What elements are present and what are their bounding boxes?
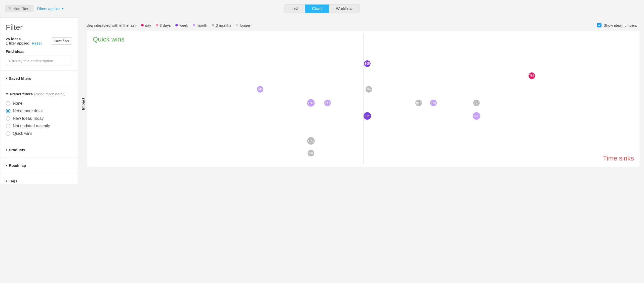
radio-icon	[6, 109, 10, 113]
chevron-right-icon	[6, 77, 7, 80]
preset-option[interactable]: Quick wins	[6, 130, 72, 137]
preset-option-label: Not updated recently	[13, 124, 50, 128]
saved-filters-label: Saved filters	[9, 76, 31, 80]
search-input[interactable]	[6, 56, 72, 66]
counts-row: 25 ideas 1 filter applied Reset Save fil…	[6, 37, 72, 45]
preset-option-label: Quick wins	[13, 131, 32, 136]
legend-item[interactable]: day	[141, 23, 151, 27]
radio-icon	[6, 116, 10, 121]
idea-bubble[interactable]: 722	[473, 100, 480, 106]
tags-label: Tags	[9, 179, 17, 183]
legend-row: Idea interacted with in the last: day3 d…	[80, 19, 639, 31]
filter-sidebar: Filter 25 ideas 1 filter applied Reset S…	[0, 17, 78, 184]
preset-filters-section[interactable]: Preset filters (Need more detail)	[6, 91, 72, 97]
sidebar-title: Filter	[6, 23, 72, 32]
preset-filters-label: Preset filters	[10, 92, 33, 96]
idea-bubble[interactable]: 745	[257, 86, 263, 93]
save-filter-button[interactable]: Save filter	[51, 37, 72, 45]
chevron-right-icon	[6, 149, 7, 151]
legend-item[interactable]: 3 days	[156, 23, 171, 27]
chart-wrap: Impact Quick wins Time sinks 80578774576…	[80, 31, 639, 167]
tab-workflow[interactable]: Workflow	[329, 5, 359, 13]
idea-bubble[interactable]: 812	[415, 100, 422, 106]
idea-bubble[interactable]: 787	[529, 72, 535, 79]
divider	[0, 142, 78, 142]
legend-item-label: month	[197, 23, 207, 27]
idea-bubble[interactable]: 448	[430, 100, 437, 106]
preset-option[interactable]: None	[6, 100, 72, 107]
legend-dot-icon	[212, 24, 214, 26]
legend-item-label: week	[179, 23, 188, 27]
topbar: Hide filters Filters applied List Chart …	[0, 0, 644, 17]
preset-option-label: New Ideas Today	[13, 116, 44, 121]
legend-item[interactable]: 3 months	[212, 23, 231, 27]
preset-option[interactable]: New Ideas Today	[6, 115, 72, 122]
y-axis-label: Impact	[80, 31, 86, 167]
radio-icon	[6, 101, 10, 106]
idea-bubble[interactable]: 1745	[307, 137, 315, 145]
chevron-right-icon	[6, 164, 7, 167]
quadrant-label-time-sinks: Time sinks	[603, 154, 634, 162]
products-section[interactable]: Products	[6, 147, 72, 153]
preset-option[interactable]: Need more detail	[6, 107, 72, 115]
legend-dot-icon	[236, 24, 238, 26]
idea-bubble[interactable]: 1767	[307, 99, 315, 107]
roadmap-section[interactable]: Roadmap	[6, 162, 72, 169]
divider	[0, 70, 78, 71]
hide-filters-button[interactable]: Hide filters	[5, 5, 33, 12]
preset-filters-sublabel: (Need more detail)	[34, 92, 65, 96]
hide-filters-label: Hide filters	[13, 7, 30, 11]
chevron-down-icon	[62, 8, 64, 9]
main-layout: Filter 25 ideas 1 filter applied Reset S…	[0, 17, 644, 184]
legend-dot-icon	[193, 24, 195, 26]
radio-icon	[6, 124, 10, 128]
preset-option[interactable]: Not updated recently	[6, 122, 72, 130]
legend-item[interactable]: week	[175, 23, 188, 27]
legend-item-label: day	[145, 23, 151, 27]
tab-chart[interactable]: Chart	[305, 5, 329, 13]
tags-section[interactable]: Tags	[6, 178, 72, 184]
legend-item[interactable]: longer	[236, 23, 250, 27]
view-tabs: List Chart Workflow	[284, 4, 360, 13]
idea-bubble[interactable]: 761	[324, 100, 331, 106]
idea-bubble[interactable]: 1737	[473, 112, 480, 120]
find-ideas-label: Find ideas	[6, 49, 72, 54]
legend-dot-icon	[141, 24, 144, 26]
divider	[0, 157, 78, 158]
divider	[0, 173, 78, 173]
radio-icon	[6, 131, 10, 136]
preset-option-label: Need more detail	[13, 109, 44, 113]
filters-applied-count: 1 filter applied	[6, 41, 29, 45]
show-idea-numbers-toggle[interactable]: Show idea numbers	[597, 23, 637, 27]
legend-dot-icon	[175, 24, 178, 26]
checkbox-checked-icon	[597, 23, 601, 27]
counts: 25 ideas 1 filter applied Reset	[6, 37, 42, 45]
legend-item-label: 3 months	[216, 23, 231, 27]
idea-bubble[interactable]: 1823	[364, 112, 371, 120]
legend-item[interactable]: month	[193, 23, 207, 27]
legend-prefix: Idea interacted with in the last:	[86, 23, 137, 27]
ideas-count: 25 ideas	[6, 37, 21, 41]
impact-chart[interactable]: Quick wins Time sinks 805787745767176776…	[87, 31, 639, 167]
chevron-right-icon	[6, 180, 7, 182]
legend-item-label: 3 days	[160, 23, 171, 27]
idea-bubble[interactable]: 805	[364, 60, 371, 67]
filter-icon	[8, 8, 11, 10]
saved-filters-section[interactable]: Saved filters	[6, 75, 72, 82]
idea-bubble[interactable]: 734	[308, 150, 314, 156]
chart-vertical-axis	[364, 33, 364, 164]
preset-filters-list: NoneNeed more detailNew Ideas TodayNot u…	[6, 100, 72, 137]
legend-dot-icon	[156, 24, 158, 26]
filters-applied-dropdown[interactable]: Filters applied	[37, 7, 64, 11]
divider	[0, 86, 78, 86]
products-label: Products	[9, 148, 25, 152]
reset-filters-link[interactable]: Reset	[32, 41, 42, 45]
main-content: Idea interacted with in the last: day3 d…	[78, 17, 644, 184]
filters-applied-label: Filters applied	[37, 7, 60, 11]
roadmap-label: Roadmap	[9, 163, 26, 168]
preset-option-label: None	[13, 101, 22, 106]
legend-item-label: longer	[240, 23, 250, 27]
tab-list[interactable]: List	[285, 5, 305, 13]
chevron-down-icon	[6, 93, 8, 95]
idea-bubble[interactable]: 767	[366, 86, 372, 93]
